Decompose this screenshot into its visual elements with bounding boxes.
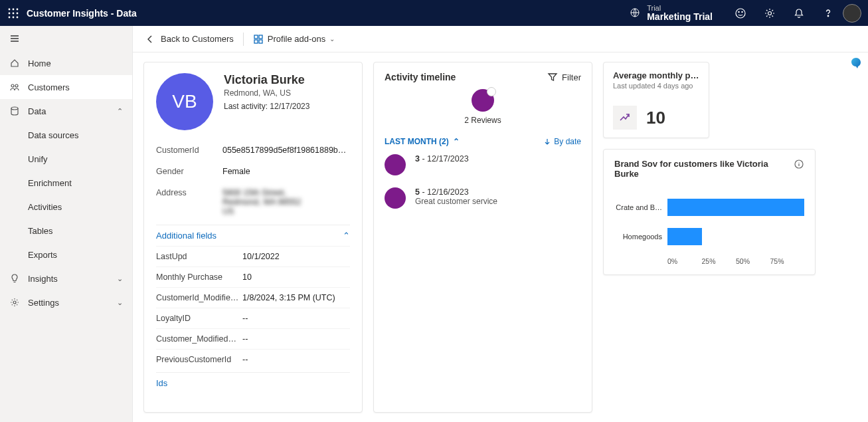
- svg-point-2: [17, 8, 19, 10]
- ids-section-toggle[interactable]: Ids: [156, 372, 350, 393]
- kpi-value: 10: [646, 108, 665, 128]
- chevron-up-icon: ⌃: [117, 107, 123, 116]
- svg-point-8: [17, 16, 19, 18]
- field-value: 10/1/2022: [242, 252, 350, 261]
- customer-name: Victoria Burke: [224, 73, 309, 87]
- sort-by-date[interactable]: By date: [543, 137, 581, 146]
- svg-point-11: [738, 11, 739, 12]
- svg-point-10: [736, 9, 745, 18]
- kpi-title: Average monthly pu…: [613, 70, 699, 80]
- chevron-down-icon: ⌄: [117, 298, 123, 307]
- sidebar-item-label: Home: [28, 58, 51, 68]
- additional-field-row: Customer_Modified…--: [156, 328, 350, 349]
- activity-title: Activity timeline: [385, 72, 456, 82]
- timeline-dot-icon: [385, 187, 406, 209]
- field-value-redacted: 5800 15th Street,Redmond, WA 98552US: [222, 188, 350, 216]
- svg-point-15: [11, 84, 14, 87]
- additional-field-row: LastUpd10/1/2022: [156, 246, 350, 266]
- timeline-item[interactable]: 3 - 12/17/2023: [385, 154, 581, 175]
- settings-gear-icon[interactable]: [755, 0, 784, 26]
- sidebar: Home Customers Data ⌃ Data sources Unify…: [0, 26, 133, 422]
- svg-rect-22: [259, 40, 262, 43]
- svg-rect-19: [254, 35, 258, 39]
- command-bar: Back to Customers Profile add-ons ⌄: [133, 26, 868, 53]
- svg-point-3: [9, 12, 11, 14]
- svg-point-4: [13, 12, 15, 14]
- sidebar-item-data[interactable]: Data ⌃: [0, 99, 132, 123]
- hamburger-toggle[interactable]: [0, 26, 132, 51]
- environment-picker[interactable]: Trial Marketing Trial: [630, 4, 713, 22]
- notifications-bell-icon[interactable]: [784, 0, 814, 26]
- field-label: Monthly Purchase: [156, 272, 242, 282]
- additional-fields-toggle[interactable]: Additional fields ⌃: [156, 225, 350, 246]
- additional-field-row: PreviousCustomerId--: [156, 349, 350, 369]
- sidebar-item-customers[interactable]: Customers: [0, 75, 132, 99]
- chevron-down-icon: ⌄: [117, 274, 123, 283]
- sidebar-item-exports[interactable]: Exports: [0, 243, 132, 266]
- svg-point-6: [9, 16, 11, 18]
- app-title: Customer Insights - Data: [27, 8, 137, 19]
- field-value: --: [242, 355, 350, 364]
- additional-field-row: LoyaltyID--: [156, 308, 350, 328]
- profile-addons-dropdown[interactable]: Profile add-ons ⌄: [253, 34, 335, 45]
- sidebar-item-data-sources[interactable]: Data sources: [0, 123, 132, 147]
- last-month-toggle[interactable]: LAST MONTH (2) ⌃: [385, 137, 460, 146]
- axis-tick: 25%: [702, 257, 737, 265]
- sidebar-item-unify[interactable]: Unify: [0, 147, 132, 171]
- kpi-subtitle: Last updated 4 days ago: [613, 82, 699, 90]
- sidebar-item-activities[interactable]: Activities: [0, 195, 132, 219]
- filter-button[interactable]: Filter: [547, 72, 581, 82]
- activity-summary-text: 2 Reviews: [385, 116, 581, 125]
- field-label: CustomerId: [156, 146, 222, 155]
- chart-bar-row: Crate and B…: [614, 199, 804, 216]
- field-label: CustomerId_Modifie…: [156, 293, 242, 302]
- activity-type-icon: [472, 89, 494, 112]
- svg-point-17: [11, 107, 18, 110]
- additional-field-row: Monthly Purchase10: [156, 266, 350, 287]
- svg-rect-20: [259, 35, 262, 39]
- axis-tick: 75%: [770, 257, 805, 265]
- brand-sov-chart-card: Brand Sov for customers like Victoria Bu…: [603, 149, 816, 275]
- field-value: 1/8/2024, 3:15 PM (UTC): [242, 293, 350, 302]
- timeline-title: 5 - 12/16/2023: [415, 187, 497, 197]
- field-value: --: [242, 314, 350, 323]
- last-activity: Last activity: 12/17/2023: [224, 102, 309, 111]
- svg-point-1: [13, 8, 15, 10]
- chevron-up-icon: ⌃: [453, 137, 460, 146]
- app-launcher-icon[interactable]: [0, 8, 27, 19]
- bar-label: Homegoods: [614, 233, 667, 241]
- field-label: LastUpd: [156, 252, 242, 261]
- copilot-panel-toggle[interactable]: [844, 53, 868, 70]
- sidebar-item-tables[interactable]: Tables: [0, 219, 132, 243]
- field-label: PreviousCustomerId: [156, 355, 242, 364]
- field-value: Female: [222, 167, 350, 176]
- timeline-item[interactable]: 5 - 12/16/2023Great customer service: [385, 187, 581, 209]
- field-label: Address: [156, 188, 222, 197]
- info-icon[interactable]: [794, 159, 804, 169]
- sidebar-item-label: Customers: [28, 82, 70, 92]
- timeline-detail: Great customer service: [415, 197, 497, 206]
- field-label: Customer_Modified…: [156, 334, 242, 344]
- timeline-dot-icon: [385, 154, 406, 175]
- svg-point-12: [742, 11, 742, 12]
- back-to-customers-link[interactable]: Back to Customers: [145, 34, 234, 45]
- svg-point-13: [768, 11, 772, 15]
- bar-fill: [667, 228, 702, 245]
- field-label: LoyaltyID: [156, 314, 242, 323]
- sidebar-item-insights[interactable]: Insights ⌄: [0, 266, 132, 290]
- sidebar-item-home[interactable]: Home: [0, 51, 132, 75]
- sidebar-item-enrichment[interactable]: Enrichment: [0, 171, 132, 195]
- svg-point-5: [17, 12, 19, 14]
- feedback-icon[interactable]: [726, 0, 755, 26]
- user-avatar[interactable]: [843, 4, 861, 23]
- sidebar-item-settings[interactable]: Settings ⌄: [0, 290, 132, 314]
- svg-point-16: [15, 84, 18, 87]
- environment-name: Marketing Trial: [647, 12, 713, 22]
- help-icon[interactable]: [814, 0, 843, 26]
- trend-icon: [613, 106, 637, 130]
- activity-timeline-card: Activity timeline Filter 2 Reviews LAST …: [373, 62, 592, 413]
- customer-location: Redmond, WA, US: [224, 88, 309, 98]
- chevron-down-icon: ⌄: [329, 35, 335, 43]
- sidebar-item-label: Data: [28, 106, 46, 116]
- customer-avatar: VB: [156, 73, 213, 130]
